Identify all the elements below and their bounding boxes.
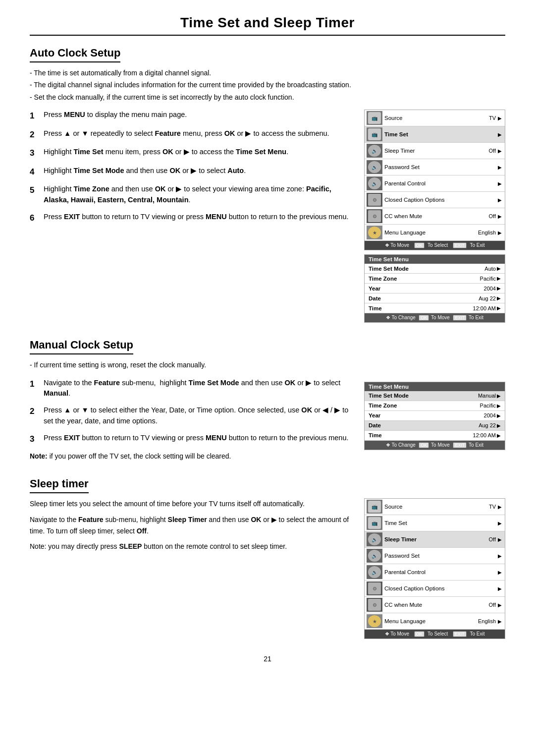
menu-value-sleep: Off (489, 148, 497, 154)
submenu-value-time: 12:00 AM (473, 305, 497, 311)
step-2-text: Press ▲ or ▼ repeatedly to select Featur… (44, 128, 354, 141)
bullet-1: - The time is set automatically from a d… (30, 67, 505, 78)
menu-value-language: English (478, 230, 497, 235)
submenu-label-year-m: Year (369, 412, 484, 418)
manual-step-3: 3 Press EXIT button to return to TV view… (30, 433, 354, 446)
step-1: 1 Press MENU to display the menu main pa… (30, 110, 354, 122)
step-2-num: 2 (30, 128, 39, 141)
sleep-intro: Sleep timer lets you select the amount o… (30, 498, 354, 509)
sleep-menu-row-parental: 🔊 Parental Control ▶ (365, 564, 505, 581)
submenu-nav-2: ❖ To Change OK To Move EXIT To Exit (365, 441, 505, 450)
manual-clock-menus: Time Set Menu Time Set Mode Manual ▶ Tim… (364, 378, 505, 450)
setup-icon: ⚙ (367, 193, 382, 207)
submenu-value-mode: Auto (484, 266, 497, 272)
auto-clock-main-menu: 📺 Source TV ▶ 📺 Time Set ▶ (364, 110, 505, 250)
menu-value-source: TV (489, 115, 497, 121)
submenu-nav-1: ❖ To Change OK To Move EXIT To Exit (365, 313, 505, 322)
sleep-audio-icon-3: 🔊 (367, 565, 382, 579)
step-4-text: Highlight Time Set Mode and then use OK … (44, 166, 354, 178)
manual-step-1-num: 1 (30, 378, 39, 400)
step-6-num: 6 (30, 212, 39, 225)
submenu-row-year: Year 2004 ▶ (365, 284, 505, 293)
sleep-menu-label-cc-mute: CC when Mute (384, 602, 489, 608)
page-number: 21 (30, 655, 505, 663)
sleep-timer-main-menu: 📺 Source TV ▶ 📺 Time Set ▶ (364, 498, 505, 639)
sleep-timer-menu: 📺 Source TV ▶ 📺 Time Set ▶ (364, 498, 505, 639)
video-icon-2: 📺 (367, 127, 382, 141)
manual-clock-title: Manual Clock Setup (30, 339, 133, 354)
sleep-video-icon-2: 📺 (367, 516, 382, 530)
step-5-num: 5 (30, 184, 39, 206)
feature-icon: ★ (367, 226, 382, 239)
sleep-menu-row-password: 🔊 Password Set ▶ (365, 548, 505, 564)
sleep-video-icon: 📺 (367, 500, 382, 514)
menu-value-cc-mute: Off (489, 213, 497, 219)
step-1-num: 1 (30, 110, 39, 122)
sleep-menu-label-language: Menu Language (384, 618, 478, 624)
submenu-row-tz: Time Zone Pacific ▶ (365, 274, 505, 284)
submenu-title-2: Time Set Menu (365, 382, 505, 391)
auto-clock-steps: 1 Press MENU to display the menu main pa… (30, 110, 354, 230)
sleep-menu-row-cc-mute: ⚙ CC when Mute Off ▶ (365, 597, 505, 613)
submenu-title-1: Time Set Menu (365, 255, 505, 264)
submenu-row-mode-m: Time Set Mode Manual ▶ (365, 391, 505, 401)
sleep-timer-title: Sleep timer (30, 477, 89, 493)
bullet-3: - Set the clock manually, if the current… (30, 92, 505, 103)
sleep-menu-row-cc: ⚙ Closed Caption Options ▶ (365, 581, 505, 597)
menu-label-sleep: Sleep Timer (384, 148, 489, 154)
manual-step-1: 1 Navigate to the Feature sub-menu, high… (30, 378, 354, 400)
setup-icon-2: ⚙ (367, 209, 382, 223)
sleep-audio-icon-2: 🔊 (367, 549, 382, 563)
sleep-menu-value-cc-mute: Off (489, 602, 497, 608)
sleep-menu-row-language: ★ Menu Language English ▶ (365, 613, 505, 630)
step-5: 5 Highlight Time Zone and then use OK or… (30, 184, 354, 206)
manual-step-2: 2 Press ▲ or ▼ to select either the Year… (30, 405, 354, 427)
sleep-menu-nav: ❖ To Move OK To Select EXIT To Exit (365, 630, 505, 639)
menu-row-cc-options: ⚙ Closed Caption Options ▶ (365, 192, 505, 208)
sleep-menu-label-cc: Closed Caption Options (384, 585, 496, 591)
manual-step-3-num: 3 (30, 433, 39, 446)
submenu-label-date: Date (369, 295, 479, 301)
sleep-menu-value-language: English (478, 618, 497, 624)
sleep-timer-section: Sleep timer Sleep timer lets you select … (30, 477, 505, 639)
menu-label-source: Source (384, 115, 489, 121)
sleep-setup-icon: ⚙ (367, 582, 382, 595)
menu-row-source: 📺 Source TV ▶ (365, 110, 505, 126)
submenu-label-tz: Time Zone (369, 276, 480, 282)
sleep-menu-row-sleep: 🔊 Sleep Timer Off ▶ (365, 531, 505, 548)
submenu-row-time: Time 12:00 AM ▶ (365, 303, 505, 313)
submenu-value-date: Aug 22 (479, 295, 497, 301)
submenu-value-year-m: 2004 (484, 412, 497, 418)
manual-clock-intro: - If current time setting is wrong, rese… (30, 359, 505, 370)
manual-note: Note: if you power off the TV set, the c… (30, 451, 354, 462)
menu-row-cc-mute: ⚙ CC when Mute Off ▶ (365, 208, 505, 225)
step-6: 6 Press EXIT button to return to TV view… (30, 212, 354, 225)
submenu-row-date: Date Aug 22 ▶ (365, 293, 505, 303)
menu-label-language: Menu Language (384, 230, 478, 235)
submenu-label-year: Year (369, 286, 484, 291)
step-3-text: Highlight Time Set menu item, press OK o… (44, 147, 354, 160)
sleep-menu-label-parental: Parental Control (384, 569, 496, 575)
title-divider (30, 35, 505, 36)
audio-icon-2: 🔊 (367, 160, 382, 174)
submenu-value-time-m: 12:00 AM (473, 432, 497, 438)
step-6-text: Press EXIT button to return to TV viewin… (44, 212, 354, 225)
sleep-timer-text: Sleep timer lets you select the amount o… (30, 498, 354, 552)
submenu-row-tz-m: Time Zone Pacific ▶ (365, 401, 505, 411)
submenu-label-date-m: Date (369, 422, 479, 428)
submenu-value-tz-m: Pacific (480, 403, 497, 408)
step-3: 3 Highlight Time Set menu item, press OK… (30, 147, 354, 160)
step-5-text: Highlight Time Zone and then use OK or ▶… (44, 184, 354, 206)
manual-clock-content: 1 Navigate to the Feature sub-menu, high… (30, 378, 505, 462)
step-1-text: Press MENU to display the menu main page… (44, 110, 354, 122)
sleep-menu-row-timeset: 📺 Time Set ▶ (365, 515, 505, 531)
sleep-menu-label-source: Source (384, 504, 489, 510)
auto-clock-content: 1 Press MENU to display the menu main pa… (30, 110, 505, 323)
auto-clock-submenu: Time Set Menu Time Set Mode Auto ▶ Time … (364, 254, 505, 323)
submenu-value-date-m: Aug 22 (479, 422, 497, 428)
menu-label-parental: Parental Control (384, 180, 496, 186)
manual-step-1-text: Navigate to the Feature sub-menu, highli… (44, 378, 354, 400)
menu-label-cc-mute: CC when Mute (384, 213, 489, 219)
manual-clock-submenu: Time Set Menu Time Set Mode Manual ▶ Tim… (364, 382, 505, 450)
menu-label-timeset: Time Set (384, 131, 496, 137)
